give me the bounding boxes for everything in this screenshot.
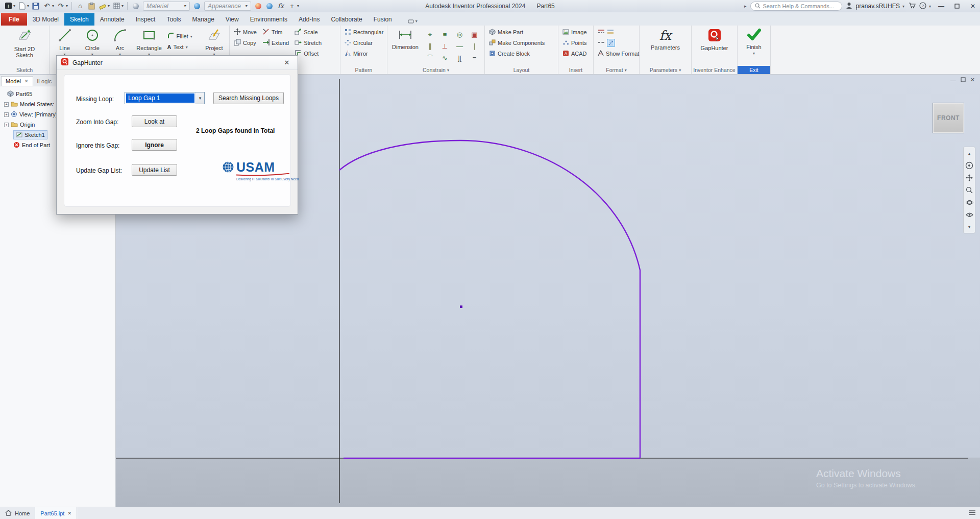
inventor-logo-icon[interactable]: I bbox=[3, 1, 13, 11]
constraint-coincident-icon[interactable]: ⌖ bbox=[423, 29, 437, 40]
tab-add-ins[interactable]: Add-Ins bbox=[293, 13, 325, 26]
copy-button[interactable]: Copy bbox=[232, 38, 259, 48]
line-button[interactable]: Line ▾ bbox=[52, 27, 78, 57]
close-button[interactable]: ✕ bbox=[967, 1, 979, 12]
trim-button[interactable]: Trim bbox=[260, 27, 291, 37]
navbar-more-icon[interactable]: ▾ bbox=[965, 223, 973, 231]
make-components-button[interactable]: Make Components bbox=[487, 38, 547, 48]
dialog-close-button[interactable]: ✕ bbox=[280, 56, 293, 69]
fillet-button[interactable]: Fillet ▾ bbox=[165, 31, 194, 41]
constraint-equal-icon[interactable]: = bbox=[467, 52, 482, 64]
cart-icon[interactable] bbox=[909, 2, 916, 10]
statusbar-menu[interactable] bbox=[968, 510, 980, 516]
parameters-button[interactable]: fx Parameters bbox=[647, 27, 684, 51]
browser-tab-ilogic[interactable]: iLogic bbox=[33, 77, 56, 86]
start-2d-sketch-button[interactable]: Start 2D Sketch bbox=[8, 27, 41, 59]
document-tab[interactable]: Part65.ipt ✕ bbox=[35, 507, 77, 519]
undo-caret-icon[interactable]: ▾ bbox=[52, 4, 54, 8]
extend-button[interactable]: Extend bbox=[260, 38, 291, 48]
new-document-icon[interactable] bbox=[17, 1, 27, 11]
expand-icon[interactable]: + bbox=[4, 112, 9, 117]
stretch-button[interactable]: Stretch bbox=[292, 38, 324, 48]
look-at-button[interactable]: Look at bbox=[132, 115, 177, 127]
project-button[interactable]: Project ▾ bbox=[201, 27, 227, 57]
panel-label-inventor-enhance[interactable]: Inventor Enhance bbox=[692, 66, 737, 74]
tab-3d-model[interactable]: 3D Model bbox=[27, 13, 64, 26]
panel-label-parameters[interactable]: Parameters▾ bbox=[640, 66, 691, 74]
constraint-concentric-icon[interactable]: ◎ bbox=[452, 29, 467, 40]
circle-button[interactable]: Circle ▾ bbox=[79, 27, 105, 57]
grid-caret-icon[interactable]: ▾ bbox=[121, 4, 124, 8]
acad-button[interactable]: A ACAD bbox=[560, 49, 589, 59]
home-tab[interactable]: Home bbox=[0, 507, 35, 519]
app-menu-caret-icon[interactable]: ▾ bbox=[13, 4, 15, 8]
image-button[interactable]: Image bbox=[560, 27, 589, 37]
constraint-tangent-icon[interactable]: ⌒ bbox=[423, 52, 437, 64]
zoom-icon[interactable] bbox=[965, 186, 973, 194]
constraint-fix-icon[interactable]: ▣ bbox=[467, 29, 482, 40]
centerline-icon[interactable] bbox=[598, 39, 605, 46]
search-missing-loops-button[interactable]: Search Missing Loops bbox=[213, 92, 284, 104]
rectangular-pattern-button[interactable]: Rectangular bbox=[342, 27, 385, 37]
navbar-collapse-icon[interactable]: ▴ bbox=[965, 149, 973, 157]
doc-restore-icon[interactable] bbox=[961, 77, 966, 83]
constraint-collinear-icon[interactable]: ≡ bbox=[437, 29, 452, 40]
constraint-perpendicular-icon[interactable]: ⊥ bbox=[437, 40, 452, 52]
chevron-down-icon[interactable]: ▾ bbox=[195, 92, 204, 104]
tab-tools[interactable]: Tools bbox=[161, 13, 186, 26]
minimize-button[interactable]: — bbox=[935, 1, 947, 12]
missing-loop-dropdown[interactable]: Loop Gap 1 ▾ bbox=[125, 92, 205, 104]
user-menu-caret-icon[interactable]: ▾ bbox=[902, 4, 904, 9]
line-style-icon[interactable] bbox=[598, 29, 605, 36]
add-tool-caret-icon[interactable]: ▾ bbox=[297, 4, 299, 8]
circular-pattern-button[interactable]: Circular bbox=[342, 38, 385, 48]
tab-inspect[interactable]: Inspect bbox=[130, 13, 161, 26]
constraint-horizontal-icon[interactable]: ― bbox=[452, 40, 467, 52]
color-ball-icon-2[interactable] bbox=[264, 1, 275, 11]
panel-label-sketch[interactable]: Sketch bbox=[0, 66, 49, 74]
make-part-button[interactable]: Make Part bbox=[487, 27, 547, 37]
material-dropdown[interactable]: Material ▾ bbox=[143, 2, 190, 11]
doc-close-icon[interactable]: ✕ bbox=[970, 77, 975, 83]
arc-button[interactable]: Arc ▾ bbox=[107, 27, 133, 57]
tab-sketch[interactable]: Sketch bbox=[64, 13, 94, 26]
layer-style-icon[interactable] bbox=[607, 29, 614, 36]
new-document-caret-icon[interactable]: ▾ bbox=[27, 4, 29, 8]
undo-icon[interactable]: ↶ bbox=[42, 1, 52, 11]
panel-label-constrain[interactable]: Constrain▾ bbox=[387, 66, 484, 74]
appearance-dropdown[interactable]: Appearance ▾ bbox=[204, 2, 251, 11]
panel-label-insert[interactable]: Insert bbox=[558, 66, 593, 74]
tab-manage[interactable]: Manage bbox=[186, 13, 219, 26]
help-caret-icon[interactable]: ▾ bbox=[929, 4, 931, 9]
gaphunter-button[interactable]: GapHunter bbox=[698, 27, 731, 51]
ribbon-display-toggle[interactable]: ▾ bbox=[405, 17, 421, 26]
redo-caret-icon[interactable]: ▾ bbox=[66, 4, 68, 8]
scale-button[interactable]: Scale bbox=[292, 27, 324, 37]
measure-icon[interactable] bbox=[97, 1, 108, 11]
text-button[interactable]: A Text ▾ bbox=[165, 42, 194, 52]
finish-sketch-button[interactable]: Finish ▾ bbox=[740, 27, 768, 56]
save-icon[interactable] bbox=[31, 1, 41, 11]
show-format-button[interactable]: Show Format bbox=[596, 49, 641, 59]
color-ball-icon[interactable] bbox=[253, 1, 263, 11]
browser-tab-model[interactable]: Model ✕ bbox=[1, 76, 33, 86]
close-icon[interactable]: ✕ bbox=[24, 79, 29, 84]
update-list-button[interactable]: Update List bbox=[132, 164, 177, 176]
panel-label-format[interactable]: Format▾ bbox=[594, 66, 639, 74]
constraint-vertical-icon[interactable]: ∣ bbox=[467, 40, 482, 52]
look-at-icon[interactable] bbox=[965, 210, 973, 219]
user-name[interactable]: pranav.sRUHFS bbox=[856, 3, 900, 10]
home-icon[interactable]: ⌂ bbox=[75, 1, 85, 11]
tab-file[interactable]: File bbox=[1, 13, 27, 26]
move-button[interactable]: Move bbox=[232, 27, 259, 37]
constraint-smooth-icon[interactable]: ∿ bbox=[437, 52, 452, 64]
pan-icon[interactable] bbox=[965, 174, 973, 182]
viewcube[interactable]: FRONT bbox=[933, 103, 964, 133]
help-icon[interactable]: ? bbox=[919, 2, 926, 11]
tab-environments[interactable]: Environments bbox=[244, 13, 293, 26]
construction-toggle-icon[interactable] bbox=[607, 39, 615, 47]
panel-label-pattern[interactable]: Pattern bbox=[340, 66, 387, 74]
tab-collaborate[interactable]: Collaborate bbox=[325, 13, 368, 26]
maximize-button[interactable] bbox=[951, 1, 963, 12]
steering-wheel-icon[interactable] bbox=[965, 161, 973, 170]
